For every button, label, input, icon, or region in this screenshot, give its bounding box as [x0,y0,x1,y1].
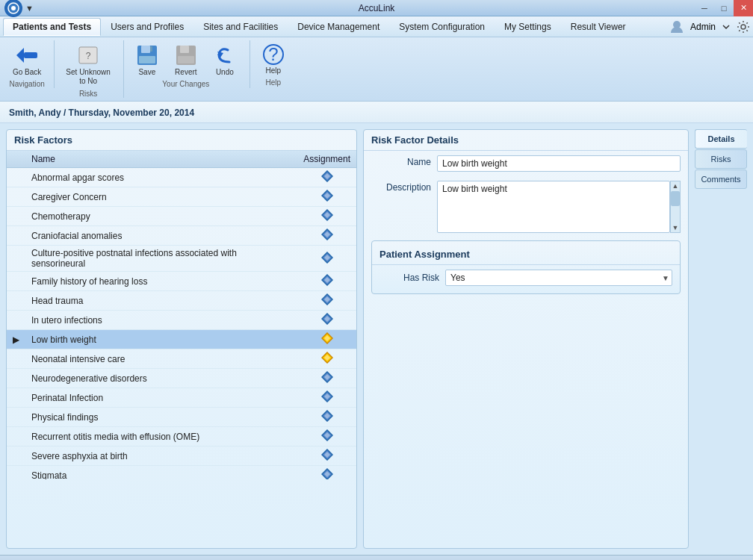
tab-my-settings[interactable]: My Settings [495,18,561,36]
undo-icon [213,44,237,66]
table-row[interactable]: Head trauma [7,291,356,311]
sidebar-tabs: Details Risks Comments [695,129,747,549]
menu-bar: Patients and Tests Users and Profiles Si… [0,16,753,37]
tab-users-and-profiles[interactable]: Users and Profiles [101,18,193,36]
row-assignment [297,207,356,226]
minimize-button[interactable]: ─ [695,0,714,16]
tab-details[interactable]: Details [695,129,747,149]
description-textarea-wrap: ▲ ▼ [437,181,681,233]
right-area: Risk Factor Details Name Low birth weigh… [363,129,747,549]
row-assignment [297,168,356,187]
breadcrumb: Smith, Andy / Thursday, November 20, 201… [0,102,753,123]
save-button[interactable]: Save [128,40,166,80]
scroll-down-icon[interactable]: ▼ [672,224,679,231]
assignment-icon [321,209,333,221]
table-row[interactable]: Stigmata [7,466,356,480]
table-row[interactable]: Craniofacial anomalies [7,226,356,246]
risk-factors-table-container[interactable]: Name Assignment Abnormal apgar scoresCar… [7,151,356,479]
tab-comments[interactable]: Comments [695,169,747,189]
tab-system-configuration[interactable]: System Configuration [389,18,495,36]
row-assignment [297,226,356,246]
help-icon: ? [263,44,284,65]
tab-device-management[interactable]: Device Management [288,18,389,36]
tab-risks[interactable]: Risks [695,149,747,169]
row-assignment [297,291,356,311]
row-assignment [297,330,356,349]
row-assignment [297,349,356,369]
revert-button[interactable]: Revert [167,40,205,80]
close-button[interactable]: ✕ [734,0,753,16]
row-name: Severe asphyxia at birth [25,447,297,466]
svg-rect-5 [24,52,37,58]
go-back-icon [15,44,39,66]
go-back-button[interactable]: Go Back [6,40,48,80]
row-assignment [297,427,356,447]
row-name: Chemotherapy [25,207,297,226]
row-arrow-cell [7,246,25,272]
row-arrow-cell [7,349,25,369]
status-bar: Version 1.4.0.4812 (MS SQL Server CE) [0,555,753,560]
risk-factors-panel: Risk Factors Name Assignment Abnormal ap… [6,129,357,549]
app-logo: ▼ [4,0,34,17]
svg-rect-11 [150,46,152,52]
table-row[interactable]: Physical findings [7,408,356,427]
description-textarea[interactable] [437,181,670,233]
row-name: Abnormal apgar scores [25,168,297,187]
scroll-up-icon[interactable]: ▲ [672,182,679,190]
table-row[interactable]: Abnormal apgar scores [7,168,356,187]
toolbar: Go Back Navigation ? Set Unknown to No R… [0,37,753,102]
row-assignment [297,408,356,427]
patient-assignment-title: Patient Assignment [372,244,680,265]
row-name: Family history of hearing loss [25,272,297,291]
table-row[interactable]: Caregiver Concern [7,187,356,207]
help-button[interactable]: ? Help [255,40,292,78]
assignment-col-header: Assignment [297,151,356,168]
scroll-thumb[interactable] [671,191,680,206]
tab-sites-and-facilities[interactable]: Sites and Facilities [193,18,288,36]
table-row[interactable]: ▶Low birth weight [7,330,356,349]
table-row[interactable]: Neurodegenerative disorders [7,369,356,388]
table-row[interactable]: Perinatal Infection [7,388,356,408]
row-name: Caregiver Concern [25,187,297,207]
save-icon [135,44,159,66]
table-row[interactable]: Culture-positive postnatal infections as… [7,246,356,272]
assignment-icon [321,429,333,441]
title-bar-controls[interactable]: ─ □ ✕ [695,0,753,16]
restore-button[interactable]: □ [714,0,734,16]
row-name: Craniofacial anomalies [25,226,297,246]
row-name: Low birth weight [25,330,297,349]
row-assignment [297,272,356,291]
tab-patients-and-tests[interactable]: Patients and Tests [3,18,101,36]
main-content: Risk Factors Name Assignment Abnormal ap… [0,123,753,555]
detail-area: Risk Factor Details Name Low birth weigh… [363,129,747,549]
risk-factors-title: Risk Factors [7,130,356,151]
patient-assignment-section: Patient Assignment Has Risk Yes No Unkno… [371,240,681,294]
settings-icon[interactable] [737,20,750,34]
breadcrumb-text: Smith, Andy / Thursday, November 20, 201… [9,108,194,118]
has-risk-select[interactable]: Yes No Unknown [445,270,672,286]
svg-text:?: ? [86,51,91,61]
title-bar-title: AccuLink [359,3,395,13]
row-arrow-cell [7,369,25,388]
revert-icon [174,44,198,66]
row-name: Perinatal Infection [25,388,297,408]
admin-section[interactable]: Admin [669,19,750,34]
table-row[interactable]: Neonatal intensive care [7,349,356,369]
set-unknown-icon: ? [76,44,100,66]
description-scrollbar[interactable]: ▲ ▼ [670,181,681,233]
table-row[interactable]: Recurrent otitis media with effusion (OM… [7,427,356,447]
row-assignment [297,369,356,388]
description-row: Description ▲ ▼ [364,176,688,237]
svg-rect-13 [180,46,189,53]
table-row[interactable]: Chemotherapy [7,207,356,226]
set-unknown-button[interactable]: ? Set Unknown to No [59,40,117,90]
table-row[interactable]: Severe asphyxia at birth [7,447,356,466]
tab-result-viewer[interactable]: Result Viewer [561,18,636,36]
app-logo-icon [4,0,22,17]
undo-button[interactable]: Undo [206,40,244,80]
assignment-icon [321,170,333,182]
row-arrow-cell [7,272,25,291]
assignment-icon [321,293,333,305]
table-row[interactable]: In utero infections [7,311,356,330]
table-row[interactable]: Family history of hearing loss [7,272,356,291]
